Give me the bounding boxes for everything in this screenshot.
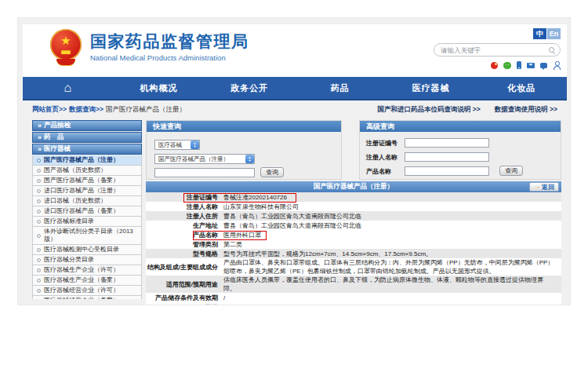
- back-button-label: 返回: [542, 183, 554, 192]
- section-arrow-icon: »: [38, 146, 42, 153]
- nav-item-organization[interactable]: 机构概况: [114, 77, 205, 99]
- user-icon[interactable]: [553, 61, 561, 69]
- sidebar-item-imported-history[interactable]: 进口器械（历史数据）: [32, 196, 142, 206]
- home-icon: ⌂: [64, 82, 73, 94]
- sidebar-item-imported-registered[interactable]: 进口医疗器械产品（注册）: [32, 186, 142, 196]
- sidebar-item-label: 进口医疗器械产品（备案）: [44, 207, 119, 215]
- weibo-icon[interactable]: [491, 62, 498, 69]
- sidebar-item-manufacturer-filed[interactable]: 医疗器械生产企业（备案）: [32, 276, 142, 286]
- sidebar-item-label: 医疗器械生产企业（许可）: [44, 266, 119, 274]
- product-field-input[interactable]: [405, 166, 489, 176]
- nav-item-drugs[interactable]: 药品: [295, 77, 386, 99]
- detail-row-value: 山东笑康生物科技有限公司: [221, 203, 555, 211]
- sidebar-item-label: 国产器械（历史数据）: [44, 166, 107, 174]
- sidebar-item-standards-catalog[interactable]: 医疗器械标准目录: [32, 217, 142, 227]
- detail-row-management-class: 管理类别 第二类: [146, 239, 561, 249]
- regno-field-input[interactable]: [405, 138, 489, 148]
- message-icon[interactable]: [540, 63, 547, 68]
- lang-en-button[interactable]: En: [547, 28, 561, 39]
- bullet-icon: [37, 279, 41, 283]
- section-arrow-icon: »: [38, 122, 42, 130]
- detail-table: 国产医疗器械产品（注册） → 返回 注册证编号 鲁械注准20202140726 …: [146, 181, 561, 305]
- detail-row-production-address: 生产地址 曹县（青岛）工业园区青岛大道南段百隆公司北临: [146, 221, 561, 230]
- advanced-query-button[interactable]: 查询: [499, 166, 523, 176]
- sidebar-section-medical-devices[interactable]: »医疗器械: [32, 144, 142, 155]
- detail-row-value: 第二类: [221, 240, 555, 249]
- sidebar-item-domestic-history[interactable]: 国产器械（历史数据）: [32, 166, 142, 176]
- registrant-field-input[interactable]: [405, 152, 489, 162]
- main-content: 快速查询 医疗器械 ▲▼ 国产医疗器械产品（注册） ▲▼ 查询 高级查询 注册证…: [146, 120, 561, 305]
- advanced-field-product: 产品名称: [366, 166, 489, 176]
- detail-row-storage: 产品储存条件及有效期 /: [146, 293, 561, 302]
- language-switcher: 中 En: [533, 28, 561, 39]
- detail-row-product-name: 产品名称 医用外科口罩: [146, 230, 561, 239]
- detail-row-value: 供临床医务人员佩带，覆盖住使用者的口、鼻及下颌，为防止病原体微生物、体液、颗粒物…: [221, 276, 555, 293]
- detail-row-registrant-address: 注册人住所 曹县（青岛）工业园区青岛大道南段百隆公司北临: [146, 211, 561, 221]
- emblem-ribbon: [56, 59, 75, 65]
- nav-home[interactable]: ⌂: [23, 77, 114, 99]
- type-select-value: 国产医疗器械产品（注册）: [158, 155, 229, 163]
- mobile-icon[interactable]: [517, 61, 521, 69]
- sidebar-item-ivd-subcatalog[interactable]: 体外诊断试剂分类子目录（2013版）: [32, 227, 142, 245]
- quick-query-panel: 快速查询 医疗器械 ▲▼ 国产医疗器械产品（注册） ▲▼ 查询: [146, 120, 342, 180]
- emblem-gate-icon: ▄▄: [58, 47, 74, 54]
- wechat-icon[interactable]: [503, 62, 511, 69]
- sidebar-item-domestic-filed[interactable]: 国产医疗器械产品（备案）: [32, 176, 142, 186]
- bullet-icon: [37, 210, 41, 214]
- help-links: 国产和进口药品本位码查询说明 >> 数据查询使用说明 >>: [377, 105, 557, 115]
- quick-query-button[interactable]: 查询: [260, 167, 284, 177]
- detail-row-value: 鲁械注准20202140726: [221, 193, 555, 202]
- dropdown-icon[interactable]: ▲▼: [191, 141, 199, 149]
- detail-row-label: 产品储存条件及有效期: [146, 294, 221, 302]
- sidebar-section-product-sampling[interactable]: »产品抽检: [32, 120, 142, 131]
- detail-row-label: 产品名称: [146, 231, 221, 239]
- sidebar-item-manufacturer-licensed[interactable]: 医疗器械生产企业（许可）: [32, 265, 142, 276]
- lang-zh-button[interactable]: 中: [533, 28, 546, 39]
- sidebar-item-distributor-filed[interactable]: 医疗器械经营企业（备案）: [32, 296, 142, 299]
- sidebar-item-testing-center-catalog[interactable]: 医疗器械检测中心受检目录: [32, 245, 142, 255]
- quick-query-input[interactable]: [154, 168, 255, 177]
- sidebar: »产品抽检 »药 品 »医疗器械 国产医疗器械产品（注册） 国产器械（历史数据）…: [32, 120, 142, 299]
- bullet-icon: [37, 189, 41, 193]
- nav-item-gov-affairs[interactable]: 政务公开: [204, 77, 295, 99]
- site-search[interactable]: [434, 43, 561, 57]
- detail-row-intended-use: 适用范围/预期用途 供临床医务人员佩带，覆盖住使用者的口、鼻及下颌，为防止病原体…: [146, 276, 561, 293]
- sidebar-item-label: 医疗器械检测中心受检目录: [44, 246, 119, 254]
- bullet-icon: [37, 289, 41, 293]
- detail-row-attachment: 附件: [146, 302, 561, 305]
- breadcrumb-home[interactable]: 网站首页>>: [32, 105, 67, 115]
- page-card: ★ ▄▄ 国家药品监督管理局 National Medical Products…: [17, 17, 571, 305]
- sidebar-item-domestic-registered[interactable]: 国产医疗器械产品（注册）: [32, 155, 142, 166]
- barcode-query-help-link[interactable]: 国产和进口药品本位码查询说明 >>: [377, 105, 480, 115]
- detail-row-model-spec: 型号规格 型号为耳挂式平面型，规格为12cm×7cm、14.5cm×9cm、17…: [146, 249, 561, 258]
- back-arrow-icon: →: [534, 184, 540, 190]
- type-select[interactable]: 国产医疗器械产品（注册） ▲▼: [154, 154, 255, 164]
- sidebar-item-classification-catalog[interactable]: 医疗器械分类目录: [32, 255, 142, 265]
- bullet-icon: [37, 220, 41, 224]
- sidebar-item-imported-filed[interactable]: 进口医疗器械产品（备案）: [32, 206, 142, 217]
- search-input[interactable]: [439, 46, 549, 55]
- nav-item-cosmetics[interactable]: 化妆品: [476, 77, 567, 99]
- detail-title: 国产医疗器械产品（注册）: [314, 182, 394, 192]
- search-icon[interactable]: [549, 47, 555, 53]
- back-button[interactable]: → 返回: [529, 182, 559, 192]
- category-select[interactable]: 医疗器械 ▲▼: [154, 140, 200, 150]
- section-arrow-icon: »: [38, 134, 42, 141]
- social-icons-row: [491, 61, 561, 69]
- mail-icon[interactable]: [527, 63, 535, 68]
- data-query-help-link[interactable]: 数据查询使用说明 >>: [495, 105, 557, 115]
- breadcrumb-data-query[interactable]: 数据查询>>: [69, 105, 103, 115]
- breadcrumb-current: 国产医疗器械产品（注册）: [106, 105, 186, 115]
- detail-row-label: 注册人住所: [146, 212, 221, 221]
- nav-item-medical-devices[interactable]: 医疗器械: [386, 77, 477, 99]
- detail-row-regno: 注册证编号 鲁械注准20202140726: [146, 192, 561, 202]
- sidebar-item-label: 医疗器械分类目录: [44, 256, 94, 264]
- sidebar-item-distributor-licensed[interactable]: 医疗器械经营企业（许可）: [32, 286, 142, 296]
- sidebar-item-label: 国产医疗器械产品（注册）: [44, 156, 119, 164]
- quick-query-body: 医疗器械 ▲▼ 国产医疗器械产品（注册） ▲▼ 查询: [147, 132, 341, 179]
- sidebar-section-drugs[interactable]: »药 品: [32, 132, 142, 143]
- bullet-icon: [37, 268, 41, 272]
- sidebar-section-label: 药 品: [44, 133, 64, 142]
- dropdown-icon[interactable]: ▲▼: [245, 155, 254, 163]
- detail-row-value: 医用外科口罩: [221, 231, 555, 239]
